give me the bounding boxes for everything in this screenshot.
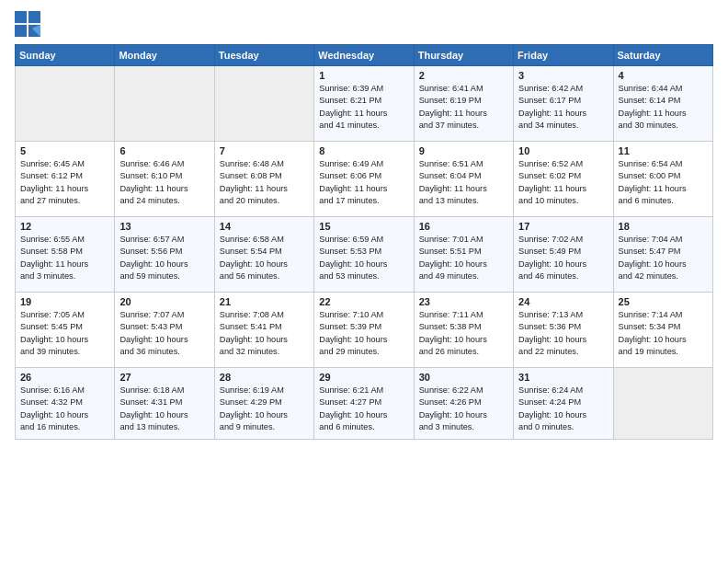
cell-line: Sunrise: 6:16 AM [20,385,85,395]
cell-line: and 53 minutes. [319,271,379,281]
cell-line: Daylight: 10 hours [419,335,487,344]
cell-line: and 32 minutes. [220,347,279,356]
cell-line: Sunrise: 6:24 AM [518,385,583,395]
cell-line: Daylight: 10 hours [518,259,586,269]
cell-line: Sunrise: 6:57 AM [119,235,184,244]
cell-line: Sunset: 6:08 PM [220,171,282,180]
cell-line: Daylight: 11 hours [419,184,487,193]
cell-line: and 29 minutes. [319,347,379,356]
cell-line: Sunset: 6:04 PM [419,171,482,180]
cell-line: and 46 minutes. [518,271,578,281]
logo [15,11,44,37]
cell-line: and 30 minutes. [619,121,678,130]
cell-line: Sunset: 4:27 PM [319,397,381,407]
cell-content: Sunrise: 6:39 AMSunset: 6:21 PMDaylight:… [319,83,408,132]
calendar-cell: 16Sunrise: 7:01 AMSunset: 5:51 PMDayligh… [414,217,513,293]
calendar-cell: 26Sunrise: 6:16 AMSunset: 4:32 PMDayligh… [16,368,115,440]
day-header-wednesday: Wednesday [314,45,414,66]
cell-content: Sunrise: 6:41 AMSunset: 6:19 PMDaylight:… [419,83,508,132]
cell-line: Sunset: 5:45 PM [20,322,83,331]
day-number: 20 [119,296,209,307]
cell-line: Sunset: 5:58 PM [20,247,83,256]
cell-line: Daylight: 10 hours [319,335,387,344]
cell-line: Sunrise: 6:45 AM [20,159,85,168]
cell-line: and 37 minutes. [419,121,479,130]
calendar-cell: 20Sunrise: 7:07 AMSunset: 5:43 PMDayligh… [115,293,214,368]
cell-line: Sunrise: 7:13 AM [518,310,583,319]
day-header-sunday: Sunday [16,45,115,66]
calendar-cell: 7Sunrise: 6:48 AMSunset: 6:08 PMDaylight… [214,142,313,217]
calendar-cell: 23Sunrise: 7:11 AMSunset: 5:38 PMDayligh… [414,293,513,368]
calendar-cell [613,368,712,440]
cell-line: Daylight: 10 hours [518,335,586,344]
calendar-cell [214,66,313,142]
cell-content: Sunrise: 6:52 AMSunset: 6:02 PMDaylight:… [518,158,608,207]
cell-line: Sunset: 6:06 PM [319,171,381,180]
day-number: 2 [419,70,508,81]
cell-line: and 22 minutes. [518,347,578,356]
cell-line: Sunset: 5:36 PM [518,322,581,331]
cell-line: Daylight: 10 hours [319,259,387,269]
cell-line: and 16 minutes. [20,422,80,431]
day-header-friday: Friday [514,45,613,66]
calendar-header: SundayMondayTuesdayWednesdayThursdayFrid… [16,45,713,66]
calendar-cell: 28Sunrise: 6:19 AMSunset: 4:29 PMDayligh… [214,368,313,440]
cell-line: and 20 minutes. [220,196,279,205]
cell-line: and 3 minutes. [419,422,474,431]
day-number: 10 [518,145,608,156]
cell-line: Sunrise: 6:46 AM [119,159,184,168]
cell-line: Daylight: 10 hours [419,410,487,419]
calendar-cell: 30Sunrise: 6:22 AMSunset: 4:26 PMDayligh… [414,368,513,440]
cell-line: Daylight: 10 hours [20,335,88,344]
cell-line: Daylight: 11 hours [20,184,88,193]
day-header-saturday: Saturday [613,45,712,66]
cell-line: and 26 minutes. [419,347,479,356]
day-header-monday: Monday [115,45,214,66]
cell-content: Sunrise: 6:19 AMSunset: 4:29 PMDaylight:… [220,385,309,433]
cell-line: Daylight: 10 hours [119,410,188,419]
cell-line: Sunrise: 6:42 AM [518,84,583,93]
calendar-cell [115,66,214,142]
cell-line: and 13 minutes. [119,422,179,431]
calendar-week-2: 5Sunrise: 6:45 AMSunset: 6:12 PMDaylight… [16,142,713,217]
svg-rect-2 [15,25,27,37]
day-number: 18 [619,221,708,232]
calendar-cell: 10Sunrise: 6:52 AMSunset: 6:02 PMDayligh… [514,142,613,217]
cell-line: Daylight: 10 hours [619,335,687,344]
calendar-week-3: 12Sunrise: 6:55 AMSunset: 5:58 PMDayligh… [16,217,713,293]
calendar-cell: 14Sunrise: 6:58 AMSunset: 5:54 PMDayligh… [214,217,313,293]
cell-line: Sunset: 6:00 PM [619,171,681,180]
cell-line: Daylight: 10 hours [119,335,188,344]
cell-line: Sunset: 4:31 PM [119,397,182,407]
cell-line: Sunset: 4:32 PM [20,397,83,407]
cell-line: and 6 minutes. [619,196,674,205]
cell-line: Sunset: 5:49 PM [518,247,581,256]
cell-line: Sunrise: 6:51 AM [419,159,483,168]
cell-line: and 36 minutes. [119,347,179,356]
cell-content: Sunrise: 6:45 AMSunset: 6:12 PMDaylight:… [20,158,109,207]
calendar-cell: 12Sunrise: 6:55 AMSunset: 5:58 PMDayligh… [16,217,115,293]
day-number: 27 [119,372,209,383]
calendar-cell: 2Sunrise: 6:41 AMSunset: 6:19 PMDaylight… [414,66,513,142]
day-number: 21 [220,296,309,307]
cell-line: Sunrise: 6:59 AM [319,235,383,244]
cell-line: and 59 minutes. [119,271,179,281]
calendar-cell: 11Sunrise: 6:54 AMSunset: 6:00 PMDayligh… [613,142,712,217]
cell-line: Daylight: 11 hours [518,184,586,193]
cell-content: Sunrise: 6:24 AMSunset: 4:24 PMDaylight:… [518,385,608,433]
cell-line: Sunset: 6:10 PM [119,171,182,180]
calendar-cell: 9Sunrise: 6:51 AMSunset: 6:04 PMDaylight… [414,142,513,217]
cell-content: Sunrise: 7:14 AMSunset: 5:34 PMDaylight:… [619,309,708,358]
cell-line: and 56 minutes. [220,271,279,281]
cell-line: Sunrise: 6:39 AM [319,84,383,93]
day-number: 23 [419,296,508,307]
cell-line: Daylight: 11 hours [319,184,387,193]
cell-line: Sunset: 5:39 PM [319,322,381,331]
cell-line: Sunset: 4:26 PM [419,397,482,407]
calendar-cell: 4Sunrise: 6:44 AMSunset: 6:14 PMDaylight… [613,66,712,142]
day-number: 6 [119,145,209,156]
calendar-cell: 25Sunrise: 7:14 AMSunset: 5:34 PMDayligh… [613,293,712,368]
cell-line: Sunset: 6:02 PM [518,171,581,180]
cell-line: Daylight: 10 hours [220,259,288,269]
cell-line: Daylight: 11 hours [619,109,687,118]
